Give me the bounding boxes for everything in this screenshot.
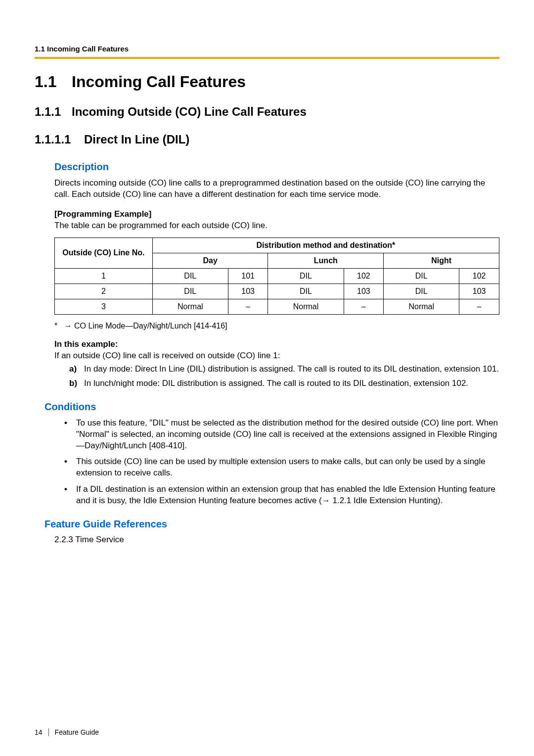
section-number: 1.1 xyxy=(35,73,72,91)
cell-lunch-method: DIL xyxy=(268,284,344,299)
cell-day-dest: – xyxy=(228,299,268,314)
cell-line-no: 3 xyxy=(55,299,153,314)
cell-day-dest: 101 xyxy=(228,268,268,284)
cell-lunch-dest: 103 xyxy=(344,284,384,299)
cell-line-no: 2 xyxy=(55,284,153,299)
cell-night-dest: 102 xyxy=(459,268,499,284)
footnote-text: CO Line Mode—Day/Night/Lunch [414-416] xyxy=(74,322,227,330)
programming-example-text: The table can be programmed for each out… xyxy=(54,220,499,232)
list-item: b) In lunch/night mode: DIL distribution… xyxy=(69,378,499,389)
list-item: • If a DIL destination is an extension w… xyxy=(64,484,499,507)
programming-example-label: [Programming Example] xyxy=(54,209,499,219)
subsubsection-title-text: Direct In Line (DIL) xyxy=(84,133,189,146)
cell-night-dest: 103 xyxy=(459,284,499,299)
reference-item: 2.2.3 Time Service xyxy=(54,535,499,545)
th-distribution: Distribution method and destination* xyxy=(152,237,499,253)
distribution-table: Outside (CO) Line No. Distribution metho… xyxy=(54,237,499,315)
arrow-icon: → xyxy=(64,322,72,330)
cell-night-method: Normal xyxy=(384,299,459,314)
page-number: 14 xyxy=(35,728,49,736)
list-text-b: In lunch/night mode: DIL distribution is… xyxy=(84,378,468,389)
th-outside-line: Outside (CO) Line No. xyxy=(55,237,153,268)
example-intro: If an outside (CO) line call is received… xyxy=(54,350,499,362)
list-text-a: In day mode: Direct In Line (DIL) distri… xyxy=(84,364,499,375)
cell-day-dest: 103 xyxy=(228,284,268,299)
cell-lunch-dest: – xyxy=(344,299,384,314)
conditions-heading: Conditions xyxy=(44,401,499,413)
cell-lunch-method: DIL xyxy=(268,268,344,284)
cell-day-method: Normal xyxy=(152,299,228,314)
distribution-table-wrap: Outside (CO) Line No. Distribution metho… xyxy=(54,237,499,315)
description-heading: Description xyxy=(54,161,499,173)
cell-day-method: DIL xyxy=(152,268,228,284)
bullet-icon: • xyxy=(64,484,76,507)
condition-text-2: This outside (CO) line can be used by mu… xyxy=(76,456,499,479)
example-list: a) In day mode: Direct In Line (DIL) dis… xyxy=(69,364,499,389)
th-day: Day xyxy=(152,253,268,268)
cell-lunch-dest: 102 xyxy=(344,268,384,284)
cell-night-method: DIL xyxy=(384,284,459,299)
table-row: 3 Normal – Normal – Normal – xyxy=(55,299,499,314)
references-heading: Feature Guide References xyxy=(44,519,499,530)
subsection-number: 1.1.1 xyxy=(35,105,72,119)
table-row: 1 DIL 101 DIL 102 DIL 102 xyxy=(55,268,499,284)
condition-text-3: If a DIL destination is an extension wit… xyxy=(76,484,499,507)
cell-line-no: 1 xyxy=(55,268,153,284)
list-item: a) In day mode: Direct In Line (DIL) dis… xyxy=(69,364,499,375)
cell-night-dest: – xyxy=(459,299,499,314)
page: 1.1 Incoming Call Features 1.1 Incoming … xyxy=(0,0,534,756)
list-item: • To use this feature, "DIL" must be sel… xyxy=(64,418,499,452)
subsection-heading: 1.1.1 Incoming Outside (CO) Line Call Fe… xyxy=(35,105,499,119)
header-rule xyxy=(35,57,499,59)
cell-day-method: DIL xyxy=(152,284,228,299)
th-lunch: Lunch xyxy=(268,253,384,268)
th-night: Night xyxy=(384,253,499,268)
condition-3-post: 1.2.1 Idle Extension Hunting). xyxy=(330,496,443,505)
bullet-icon: • xyxy=(64,456,76,479)
section-heading: 1.1 Incoming Call Features xyxy=(35,73,499,91)
cell-lunch-method: Normal xyxy=(268,299,344,314)
example-heading: In this example: xyxy=(54,339,499,349)
subsubsection-number: 1.1.1.1 xyxy=(35,133,84,146)
arrow-icon: → xyxy=(322,496,330,505)
table-row: 2 DIL 103 DIL 103 DIL 103 xyxy=(55,284,499,299)
subsubsection-heading: 1.1.1.1 Direct In Line (DIL) xyxy=(35,133,499,146)
section-title-text: Incoming Call Features xyxy=(72,73,246,91)
footer-label: Feature Guide xyxy=(55,728,99,736)
list-marker-a: a) xyxy=(69,364,84,375)
description-paragraph: Directs incoming outside (CO) line calls… xyxy=(54,178,499,200)
list-marker-b: b) xyxy=(69,378,84,389)
footnote-star: * xyxy=(54,322,57,330)
running-header: 1.1 Incoming Call Features xyxy=(35,45,499,57)
cell-night-method: DIL xyxy=(384,268,459,284)
subsection-title-text: Incoming Outside (CO) Line Call Features xyxy=(72,105,307,119)
list-item: • This outside (CO) line can be used by … xyxy=(64,456,499,479)
table-footnote: * → CO Line Mode—Day/Night/Lunch [414-41… xyxy=(54,322,499,331)
page-footer: 14 Feature Guide xyxy=(35,728,99,736)
conditions-list: • To use this feature, "DIL" must be sel… xyxy=(64,418,499,507)
bullet-icon: • xyxy=(64,418,76,452)
condition-text-1: To use this feature, "DIL" must be selec… xyxy=(76,418,499,452)
